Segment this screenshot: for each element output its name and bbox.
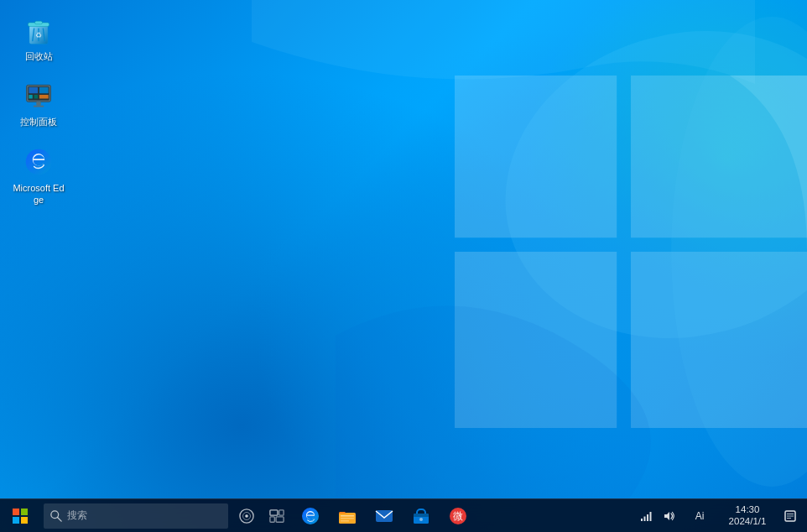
recycle-bin-image: ♻ (22, 13, 55, 47)
svg-rect-50 (647, 514, 648, 521)
svg-line-29 (58, 517, 61, 520)
svg-rect-44 (414, 514, 429, 517)
control-panel-image (22, 79, 55, 112)
svg-rect-17 (39, 87, 49, 93)
desktop-icons-area: ♻ 回收站 (8, 8, 69, 211)
svg-rect-24 (13, 509, 19, 515)
taskbar-app-edge[interactable] (292, 499, 329, 533)
clock-time: 14:30 (736, 504, 760, 516)
control-panel-label: 控制面板 (20, 116, 57, 128)
svg-rect-26 (13, 517, 19, 524)
control-panel-icon[interactable]: 控制面板 (8, 74, 69, 133)
svg-rect-41 (341, 520, 349, 522)
clock-date: 2024/1/1 (729, 516, 767, 528)
taskbar-pinned-apps: 微 (292, 499, 634, 533)
svg-text:微: 微 (453, 510, 463, 522)
svg-rect-27 (21, 517, 28, 524)
svg-rect-22 (34, 106, 44, 107)
svg-rect-20 (39, 95, 49, 99)
svg-rect-42 (376, 510, 393, 522)
svg-rect-51 (650, 512, 652, 521)
start-button[interactable] (0, 499, 40, 533)
cortana-button[interactable] (232, 499, 262, 533)
svg-marker-3 (631, 252, 807, 428)
windows-logo-watermark (455, 42, 807, 462)
system-tray: Ai 14:30 2024/1/1 (634, 499, 807, 533)
svg-rect-19 (34, 95, 39, 99)
svg-rect-39 (341, 515, 354, 517)
taskbar-app-mail[interactable] (366, 499, 403, 533)
svg-point-45 (419, 518, 423, 521)
taskbar: 搜索 (0, 498, 807, 532)
svg-rect-33 (270, 509, 278, 514)
microsoft-edge-icon[interactable]: Microsoft Edge (8, 140, 69, 211)
svg-rect-35 (270, 516, 274, 521)
taskbar-search[interactable]: 搜索 (44, 503, 228, 529)
svg-rect-40 (341, 518, 354, 519)
input-indicator[interactable]: Ai (681, 499, 718, 533)
recycle-bin-label: 回收站 (25, 50, 53, 62)
svg-marker-52 (664, 512, 669, 520)
svg-text:♻: ♻ (35, 31, 42, 39)
desktop: ♻ 回收站 (0, 0, 807, 532)
svg-marker-1 (631, 76, 807, 237)
task-view-button[interactable] (262, 499, 292, 533)
svg-point-32 (245, 514, 248, 518)
microsoft-edge-label: Microsoft Edge (12, 182, 65, 206)
taskbar-app-store[interactable] (403, 499, 440, 533)
taskbar-clock[interactable]: 14:30 2024/1/1 (718, 499, 777, 533)
svg-rect-18 (29, 95, 33, 99)
taskbar-app-explorer[interactable] (329, 499, 366, 533)
recycle-bin-icon[interactable]: ♻ 回收站 (8, 8, 69, 67)
input-indicator-text: Ai (695, 510, 705, 522)
volume-tray-icon[interactable] (658, 499, 681, 533)
network-tray-icon[interactable] (634, 499, 658, 533)
svg-point-23 (26, 149, 52, 175)
search-placeholder-text: 搜索 (67, 509, 87, 523)
svg-rect-16 (29, 87, 38, 93)
svg-marker-2 (455, 252, 617, 428)
action-center-button[interactable] (777, 499, 804, 533)
taskbar-app-weibo[interactable]: 微 (440, 499, 476, 533)
svg-rect-21 (36, 102, 40, 106)
svg-rect-36 (276, 516, 284, 521)
microsoft-edge-image (22, 145, 55, 179)
svg-rect-49 (644, 516, 646, 521)
svg-rect-9 (35, 21, 43, 24)
svg-rect-25 (21, 509, 28, 515)
svg-rect-48 (641, 519, 643, 521)
svg-rect-34 (279, 509, 284, 514)
svg-marker-0 (455, 76, 617, 237)
